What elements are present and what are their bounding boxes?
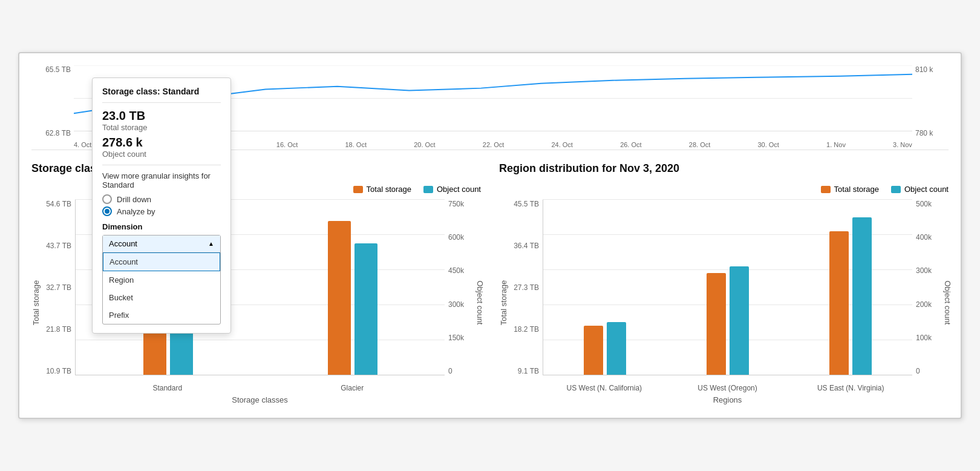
dropdown-option-bucket[interactable]: Bucket <box>103 289 220 306</box>
dropdown-option-region[interactable]: Region <box>103 271 220 289</box>
tooltip-storage-value: 23.0 TB <box>102 109 221 123</box>
tooltip-dropdown-options: Account Region Bucket Prefix <box>103 252 220 324</box>
x-label-8: 26. Oct <box>620 141 641 148</box>
region-chart-panel: Region distribution for Nov 3, 2020 Tota… <box>499 162 949 406</box>
tooltip-insight-label: View more granular insights for Standard <box>102 171 221 189</box>
region-bar-chart-wrapper: Total storage Object count 45.5 TB 36.4 … <box>499 200 949 406</box>
storage-class-y-right: 750k 600k 450k 300k 150k 0 <box>445 200 481 375</box>
page-container: 65.5 TB 62.8 TB 810 k 780 k 4. Oct 12. O… <box>18 52 962 419</box>
tooltip-title: Storage class: Standard <box>102 87 221 103</box>
radio-analyze-by-circle[interactable] <box>102 206 112 216</box>
legend-teal-box <box>423 186 433 193</box>
legend-object-count: Object count <box>423 185 481 194</box>
glacier-orange-bar <box>328 221 351 375</box>
bar-group-n-virginia <box>789 200 912 375</box>
glacier-teal-bar <box>354 243 377 375</box>
y-label-top-right-1: 780 k <box>915 129 949 137</box>
y-label-top-left-0: 65.5 TB <box>31 65 71 74</box>
radio-drill-down[interactable]: Drill down <box>102 194 221 204</box>
bar-group-n-california <box>543 200 666 375</box>
region-legend-teal-box <box>891 186 901 193</box>
top-chart-y-labels-right: 810 k 780 k <box>912 65 949 150</box>
n-virginia-orange-bar <box>829 231 849 375</box>
tooltip-total-storage: 23.0 TB Total storage <box>102 109 221 132</box>
bar-group-oregon <box>666 200 789 375</box>
region-legend-object-count-label: Object count <box>904 185 949 194</box>
x-label-n-virginia: US East (N. Virginia) <box>789 384 912 392</box>
oregon-orange-bar <box>707 273 726 375</box>
region-x-title: Regions <box>543 395 912 404</box>
x-label-5: 20. Oct <box>414 141 435 148</box>
tooltip-dimension-label: Dimension <box>102 222 221 231</box>
oregon-teal-bar <box>730 266 749 375</box>
tooltip-count-label: Object count <box>102 150 221 159</box>
region-x-labels: US West (N. California) US West (Oregon)… <box>543 384 912 392</box>
legend-orange-box <box>353 186 363 193</box>
x-label-glacier: Glacier <box>260 384 445 392</box>
x-label-3: 16. Oct <box>276 141 298 148</box>
dropdown-option-account[interactable]: Account <box>103 252 220 271</box>
region-bar-area <box>543 200 912 375</box>
storage-class-x-title: Storage classes <box>75 395 445 404</box>
x-label-11: 1. Nov <box>826 141 846 148</box>
x-label-standard: Standard <box>75 384 260 392</box>
region-chart-title: Region distribution for Nov 3, 2020 <box>499 162 949 175</box>
x-label-10: 30. Oct <box>757 141 779 148</box>
region-y-right: 500k 400k 300k 200k 100k 0 <box>912 200 949 375</box>
legend-object-count-label: Object count <box>437 185 481 194</box>
tooltip-radio-group: Drill down Analyze by <box>102 194 221 216</box>
tooltip-popup: Storage class: Standard 23.0 TB Total st… <box>92 77 231 334</box>
radio-analyze-by[interactable]: Analyze by <box>102 206 221 216</box>
x-label-7: 24. Oct <box>551 141 572 148</box>
y-label-top-right-0: 810 k <box>915 65 949 74</box>
x-label-12: 3. Nov <box>893 141 912 148</box>
tooltip-dropdown[interactable]: Account ▲ Account Region Bucket Prefix <box>102 235 221 324</box>
region-legend-total-storage: Total storage <box>821 185 879 194</box>
x-label-n-california: US West (N. California) <box>543 384 666 392</box>
tooltip-object-count: 278.6 k Object count <box>102 136 221 159</box>
radio-drill-down-label: Drill down <box>117 195 151 204</box>
region-y-left: 45.5 TB 36.4 TB 27.3 TB 18.2 TB 9.1 TB <box>499 200 543 375</box>
tooltip-dropdown-selected-text: Account <box>109 239 137 248</box>
n-california-orange-bar <box>584 326 603 375</box>
x-label-6: 22. Oct <box>483 141 504 148</box>
y-label-top-left-1: 62.8 TB <box>31 129 71 137</box>
n-california-teal-bar <box>607 322 626 375</box>
region-legend: Total storage Object count <box>499 185 949 194</box>
x-label-9: 28. Oct <box>689 141 710 148</box>
region-legend-total-storage-label: Total storage <box>834 185 879 194</box>
radio-analyze-by-label: Analyze by <box>117 207 155 216</box>
region-legend-orange-box <box>821 186 831 193</box>
storage-class-y-left: 54.6 TB 43.7 TB 32.7 TB 21.8 TB 10.9 TB <box>31 200 75 375</box>
x-label-0: 4. Oct <box>74 141 91 148</box>
top-chart-y-labels-left: 65.5 TB 62.8 TB <box>31 65 74 150</box>
tooltip-count-value: 278.6 k <box>102 136 221 150</box>
legend-total-storage: Total storage <box>353 185 411 194</box>
storage-class-x-labels: Standard Glacier <box>75 384 445 392</box>
bar-group-glacier <box>260 200 445 375</box>
legend-total-storage-label: Total storage <box>367 185 411 194</box>
radio-drill-down-circle[interactable] <box>102 194 112 204</box>
tooltip-storage-label: Total storage <box>102 123 221 132</box>
x-label-4: 18. Oct <box>345 141 367 148</box>
dropdown-option-prefix[interactable]: Prefix <box>103 306 220 324</box>
tooltip-dropdown-selected[interactable]: Account ▲ <box>103 236 220 252</box>
dropdown-arrow-icon: ▲ <box>208 240 214 247</box>
region-legend-object-count: Object count <box>891 185 949 194</box>
n-virginia-teal-bar <box>852 217 872 375</box>
x-label-oregon: US West (Oregon) <box>666 384 789 392</box>
tooltip-divider <box>102 165 221 165</box>
